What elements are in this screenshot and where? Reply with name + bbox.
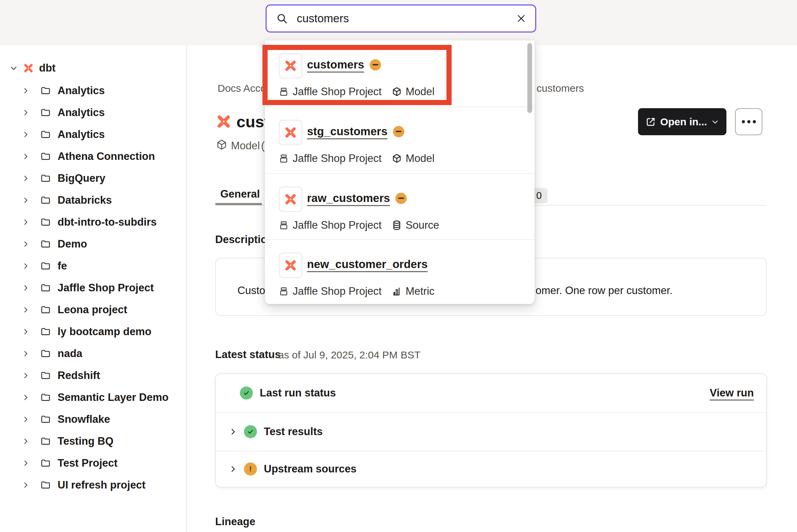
sidebar-item-label: nada <box>58 347 82 360</box>
upstream-sources-row[interactable]: Upstream sources <box>216 451 766 487</box>
sidebar-item-semantic-layer-demo[interactable]: Semantic Layer Demo <box>0 387 186 408</box>
sidebar-item-nada[interactable]: nada <box>0 343 186 365</box>
result-type: Metric <box>406 285 434 297</box>
sidebar-item-label: fe <box>58 260 67 272</box>
sidebar-item-label: Analytics <box>58 85 105 97</box>
sidebar-item-test-project[interactable]: Test Project <box>0 452 186 474</box>
sidebar-item-label: ly bootcamp demo <box>58 326 151 338</box>
chevron-right-icon <box>22 153 29 160</box>
sidebar-item-fe[interactable]: fe <box>0 255 186 277</box>
chevron-right-icon <box>229 428 237 436</box>
folder-icon <box>40 151 51 162</box>
stale-badge-icon <box>370 59 381 71</box>
sidebar-item-analytics-2[interactable]: Analytics <box>0 102 186 124</box>
chevron-right-icon <box>22 416 29 423</box>
sidebar-item-analytics-3[interactable]: Analytics <box>0 124 186 145</box>
result-project: Jaffle Shop Project <box>293 285 382 297</box>
result-name[interactable]: raw_customers <box>307 192 390 205</box>
chevron-right-icon <box>22 197 29 204</box>
chevron-right-icon <box>22 131 29 138</box>
dbt-logo-icon <box>279 120 302 145</box>
chevron-right-icon <box>22 109 29 116</box>
project-archive-icon <box>279 286 289 296</box>
ellipsis-icon <box>742 120 745 123</box>
dropdown-scrollbar[interactable] <box>527 43 532 113</box>
folder-icon <box>40 414 51 425</box>
chevron-right-icon <box>22 438 29 445</box>
chevron-right-icon <box>22 459 29 467</box>
lineage-heading: Lineage <box>215 516 255 528</box>
description-text: Custo <box>237 284 265 297</box>
folder-icon <box>40 327 51 337</box>
sidebar-item-label: Jaffle Shop Project <box>58 282 154 294</box>
result-project: Jaffle Shop Project <box>293 152 382 165</box>
model-cube-icon <box>392 153 402 164</box>
success-check-icon <box>240 387 253 400</box>
more-actions-button[interactable] <box>735 108 762 135</box>
model-cube-icon <box>392 87 402 97</box>
sidebar-item-ui-refresh-project[interactable]: UI refresh project <box>0 474 186 496</box>
sidebar-item-snowflake[interactable]: Snowflake <box>0 408 186 430</box>
search-result-stg-customers[interactable]: stg_customers Jaffle Shop Project Model <box>265 107 535 174</box>
sidebar-item-testing-bq[interactable]: Testing BQ <box>0 430 186 452</box>
sidebar-item-ly-bootcamp-demo[interactable]: ly bootcamp demo <box>0 321 186 343</box>
result-name[interactable]: customers <box>307 58 364 71</box>
sidebar-item-label: dbt-intro-to-subdirs <box>58 216 157 228</box>
result-name[interactable]: new_customer_orders <box>307 258 428 271</box>
folder-icon <box>40 392 51 403</box>
tree-root-dbt[interactable]: dbt <box>0 56 186 80</box>
search-result-raw-customers[interactable]: raw_customers Jaffle Shop Project Source <box>265 174 535 240</box>
folder-icon <box>40 239 51 249</box>
result-project: Jaffle Shop Project <box>293 86 382 98</box>
sidebar-item-label: Demo <box>58 238 87 250</box>
sidebar-item-jaffle-shop-project[interactable]: Jaffle Shop Project <box>0 277 186 299</box>
last-run-status-label: Last run status <box>260 387 336 399</box>
chevron-down-icon <box>10 64 18 72</box>
project-tree-sidebar: dbt Analytics Analytics Analytics Athena… <box>0 46 187 532</box>
open-in-button[interactable]: Open in... <box>638 108 726 135</box>
test-results-label: Test results <box>264 426 323 438</box>
sidebar-item-bigquery[interactable]: BigQuery <box>0 167 186 189</box>
chevron-right-icon <box>22 350 29 357</box>
latest-status-card: Last run status View run Test results Up… <box>215 373 767 487</box>
sidebar-item-redshift[interactable]: Redshift <box>0 365 186 387</box>
folder-icon <box>40 107 51 118</box>
search-input[interactable] <box>296 12 512 25</box>
metric-chart-icon <box>392 286 402 296</box>
resource-type-label: Model <box>231 140 260 152</box>
result-type: Model <box>406 86 434 98</box>
test-results-row[interactable]: Test results <box>216 412 766 451</box>
sidebar-item-dbt-intro-to-subdirs[interactable]: dbt-intro-to-subdirs <box>0 211 186 233</box>
folder-icon <box>40 86 51 96</box>
result-type: Model <box>406 152 434 165</box>
chevron-right-icon <box>22 481 29 489</box>
sidebar-item-databricks[interactable]: Databricks <box>0 189 186 211</box>
chevron-right-icon <box>22 372 29 379</box>
sidebar-item-label: Test Project <box>58 457 118 469</box>
chevron-right-icon <box>22 240 29 248</box>
sidebar-item-athena-connection[interactable]: Athena Connection <box>0 145 186 167</box>
sidebar-item-label: Leona project <box>58 304 127 316</box>
tab-general[interactable]: General <box>220 188 260 200</box>
search-result-new-customer-orders[interactable]: new_customer_orders Jaffle Shop Project … <box>265 240 535 303</box>
sidebar-item-analytics-1[interactable]: Analytics <box>0 80 186 102</box>
breadcrumb-tail: customers <box>537 83 584 94</box>
latest-status-heading: Latest status <box>215 349 281 361</box>
result-type: Source <box>406 219 439 231</box>
view-run-link[interactable]: View run <box>710 387 754 399</box>
search-result-customers[interactable]: customers Jaffle Shop Project Model <box>265 40 535 107</box>
dbt-logo-icon <box>215 113 232 130</box>
chevron-down-icon <box>711 118 719 126</box>
result-name[interactable]: stg_customers <box>307 125 388 138</box>
dbt-logo-icon <box>279 53 302 78</box>
tree-root-label: dbt <box>39 62 56 74</box>
chevron-right-icon <box>22 175 29 182</box>
sidebar-item-demo[interactable]: Demo <box>0 233 186 255</box>
status-timestamp: as of Jul 9, 2025, 2:04 PM BST <box>278 349 420 361</box>
global-search-bar[interactable] <box>266 4 536 33</box>
sidebar-item-leona-project[interactable]: Leona project <box>0 299 186 321</box>
source-database-icon <box>392 220 402 230</box>
chevron-right-icon <box>22 306 29 314</box>
stale-badge-icon <box>393 126 404 137</box>
close-icon[interactable] <box>516 13 526 24</box>
